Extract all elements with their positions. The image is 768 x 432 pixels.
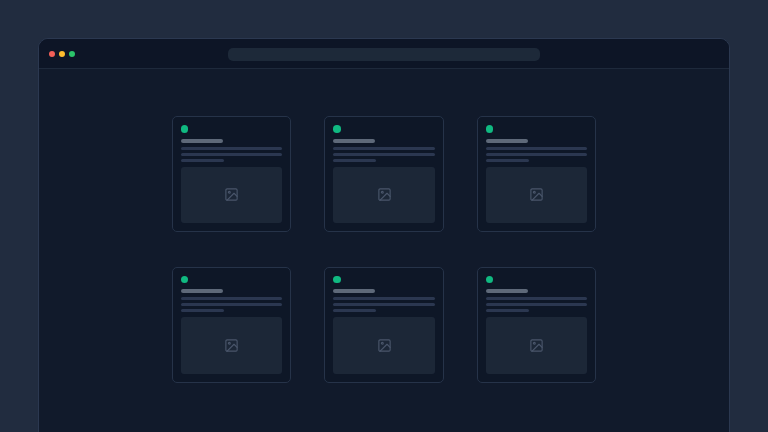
- status-dot-icon: [181, 276, 189, 284]
- skeleton-lines: [181, 139, 283, 167]
- card[interactable]: [172, 116, 292, 232]
- card[interactable]: [324, 267, 444, 383]
- skeleton-line: [181, 139, 223, 143]
- skeleton-line: [333, 289, 375, 293]
- card[interactable]: [172, 267, 292, 383]
- skeleton-line: [181, 303, 283, 306]
- skeleton-line: [333, 297, 435, 300]
- skeleton-line: [333, 153, 435, 156]
- skeleton-line: [181, 147, 283, 150]
- skeleton-line: [333, 309, 376, 312]
- status-dot-icon: [333, 125, 341, 133]
- status-dot-icon: [333, 276, 341, 284]
- close-button[interactable]: [49, 51, 55, 57]
- skeleton-line: [181, 153, 283, 156]
- skeleton-line: [486, 303, 588, 306]
- skeleton-line: [333, 139, 375, 143]
- skeleton-line: [333, 147, 435, 150]
- url-bar[interactable]: [228, 48, 540, 61]
- skeleton-line: [486, 297, 588, 300]
- status-dot-icon: [486, 276, 494, 284]
- zoom-button[interactable]: [69, 51, 75, 57]
- image-placeholder: [181, 167, 283, 224]
- image-icon: [529, 338, 544, 353]
- status-dot-icon: [181, 125, 189, 133]
- image-icon: [224, 187, 239, 202]
- image-placeholder: [333, 317, 435, 374]
- minimize-button[interactable]: [59, 51, 65, 57]
- skeleton-line: [181, 289, 223, 293]
- skeleton-lines: [333, 139, 435, 167]
- skeleton-line: [181, 159, 224, 162]
- skeleton-line: [486, 153, 588, 156]
- window-titlebar: [39, 39, 729, 69]
- image-placeholder: [181, 317, 283, 374]
- skeleton-line: [486, 289, 528, 293]
- skeleton-lines: [181, 289, 283, 317]
- skeleton-lines: [486, 289, 588, 317]
- card[interactable]: [324, 116, 444, 232]
- card[interactable]: [477, 116, 597, 232]
- image-placeholder: [333, 167, 435, 224]
- skeleton-line: [181, 309, 224, 312]
- image-icon: [529, 187, 544, 202]
- skeleton-lines: [333, 289, 435, 317]
- traffic-lights: [49, 39, 75, 68]
- browser-window: [38, 38, 730, 432]
- image-icon: [377, 338, 392, 353]
- status-dot-icon: [486, 125, 494, 133]
- skeleton-line: [333, 303, 435, 306]
- skeleton-line: [486, 139, 528, 143]
- skeleton-lines: [486, 139, 588, 167]
- image-placeholder: [486, 317, 588, 374]
- image-icon: [377, 187, 392, 202]
- card-grid: [172, 116, 597, 383]
- skeleton-line: [486, 309, 529, 312]
- skeleton-line: [333, 159, 376, 162]
- skeleton-line: [486, 159, 529, 162]
- image-placeholder: [486, 167, 588, 224]
- skeleton-line: [486, 147, 588, 150]
- skeleton-line: [181, 297, 283, 300]
- card[interactable]: [477, 267, 597, 383]
- image-icon: [224, 338, 239, 353]
- window-content: [39, 116, 729, 432]
- desktop-background: [0, 0, 768, 432]
